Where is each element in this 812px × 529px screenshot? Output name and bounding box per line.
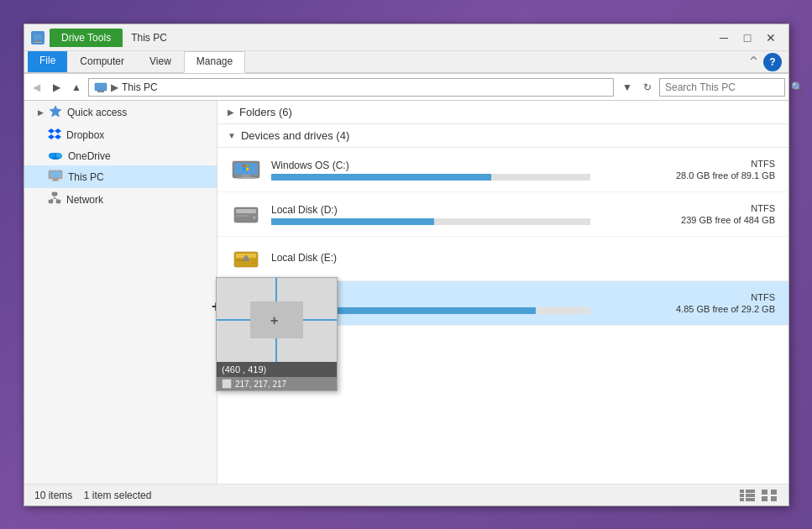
- up-button[interactable]: ▲: [68, 78, 85, 97]
- drive-c-info: Windows OS (C:): [271, 160, 664, 181]
- address-path[interactable]: ▶ This PC: [88, 78, 614, 97]
- svg-rect-45: [740, 498, 744, 501]
- drive-c-bar: [271, 174, 491, 181]
- sidebar-label-network: Network: [66, 194, 103, 206]
- large-icons-view-button[interactable]: [760, 488, 778, 503]
- drive-c-fs: NTFS 28.0 GB free of 89.1 GB: [674, 159, 775, 181]
- svg-rect-44: [746, 494, 755, 497]
- svg-rect-12: [51, 181, 60, 181]
- help-button[interactable]: ?: [763, 53, 782, 71]
- svg-rect-21: [242, 175, 250, 177]
- chevron-right-icon: ▶: [38, 108, 44, 117]
- drive-d-bar-container: [271, 218, 590, 225]
- search-input[interactable]: [665, 81, 791, 93]
- tab-file[interactable]: File: [28, 51, 67, 72]
- tab-view[interactable]: View: [137, 51, 184, 72]
- drive-e-info: Local Disk (E:): [271, 252, 664, 266]
- svg-rect-28: [236, 209, 256, 213]
- sidebar-label-this-pc: This PC: [68, 171, 104, 183]
- drive-e-icon: [231, 244, 261, 274]
- drive-d-fs: NTFS 239 GB free of 484 GB: [674, 203, 775, 225]
- drive-tools-tab[interactable]: Drive Tools: [50, 29, 123, 47]
- svg-rect-26: [246, 168, 249, 170]
- maximize-button[interactable]: □: [736, 29, 758, 46]
- drive-d-fs-type: NTFS: [674, 203, 775, 213]
- preview-color: 217, 217, 217: [217, 377, 337, 390]
- statusbar-item-count: 10 items: [34, 490, 72, 501]
- svg-rect-41: [740, 490, 744, 493]
- drive-d[interactable]: Local Disk (D:) NTFS 239 GB free of 484 …: [217, 192, 788, 237]
- star-icon: [49, 104, 62, 120]
- drive-c-name: Windows OS (C:): [271, 160, 664, 171]
- drive-e[interactable]: Local Disk (E:): [217, 237, 788, 281]
- svg-rect-47: [762, 490, 767, 495]
- svg-rect-50: [771, 496, 777, 501]
- onedrive-icon: [48, 149, 63, 162]
- search-box[interactable]: 🔍: [659, 78, 785, 97]
- close-button[interactable]: ✕: [760, 29, 782, 46]
- address-dropdown-button[interactable]: ▼: [619, 78, 636, 97]
- svg-line-18: [55, 198, 59, 200]
- sidebar-item-this-pc[interactable]: This PC: [24, 165, 217, 188]
- svg-rect-13: [52, 192, 57, 196]
- tab-manage[interactable]: Manage: [184, 51, 245, 73]
- forward-button[interactable]: ▶: [48, 78, 65, 97]
- sidebar-label-quick-access: Quick access: [67, 107, 127, 118]
- svg-text:+: +: [270, 313, 278, 327]
- titlebar: Drive Tools This PC ─ □ ✕: [24, 24, 788, 51]
- svg-point-33: [253, 260, 256, 264]
- svg-rect-46: [746, 498, 755, 501]
- sidebar-item-network[interactable]: Network: [24, 188, 217, 211]
- sidebar-label-dropbox: Dropbox: [66, 129, 104, 141]
- preview-coords: (460 , 419): [217, 362, 337, 377]
- preview-color-value: 217, 217, 217: [235, 380, 286, 389]
- back-button[interactable]: ◀: [28, 78, 45, 97]
- drive-c[interactable]: Windows OS (C:) NTFS 28.0 GB free of 89.…: [217, 148, 788, 192]
- svg-point-7: [49, 153, 55, 158]
- sidebar: ▶ Quick access Dropbox: [24, 101, 217, 484]
- svg-rect-14: [49, 200, 53, 203]
- preview-popup: + (460 , 419) 217, 217, 217: [216, 277, 338, 391]
- minimize-button[interactable]: ─: [713, 29, 735, 46]
- folders-section-header[interactable]: ▶ Folders (6): [217, 101, 788, 124]
- sidebar-item-dropbox[interactable]: Dropbox: [24, 123, 217, 146]
- svg-rect-2: [34, 42, 42, 43]
- svg-marker-5: [50, 106, 61, 117]
- svg-rect-22: [238, 177, 254, 179]
- svg-point-29: [253, 216, 256, 219]
- drives-section-header[interactable]: ▼ Devices and drives (4): [217, 124, 788, 148]
- details-view-button[interactable]: [738, 488, 757, 503]
- svg-rect-3: [95, 83, 107, 91]
- svg-rect-43: [740, 494, 744, 497]
- path-this-pc[interactable]: This PC: [122, 81, 158, 93]
- svg-rect-42: [746, 490, 755, 493]
- svg-point-8: [56, 153, 62, 158]
- drive-g-fs: NTFS 4.85 GB free of 29.2 GB: [674, 292, 775, 314]
- svg-rect-30: [236, 215, 249, 217]
- windows-drive-icon: [231, 155, 261, 185]
- sidebar-item-quick-access[interactable]: ▶ Quick access: [24, 101, 217, 123]
- svg-rect-49: [762, 496, 767, 501]
- svg-rect-48: [771, 490, 777, 495]
- window-controls: ─ □ ✕: [713, 29, 782, 46]
- svg-rect-0: [33, 34, 43, 40]
- ribbon-tab-bar: File Computer View Manage ⌃ ?: [24, 51, 788, 73]
- folders-section-label: Folders (6): [239, 106, 292, 118]
- sidebar-item-onedrive[interactable]: OneDrive: [24, 146, 217, 165]
- app-icon: [31, 31, 45, 45]
- sidebar-label-onedrive: OneDrive: [68, 150, 111, 162]
- statusbar-items: 10 items 1 item selected: [34, 490, 151, 501]
- main-area: ▶ Quick access Dropbox: [24, 101, 788, 484]
- drive-c-bar-container: [271, 174, 590, 181]
- network-icon: [48, 191, 61, 207]
- color-swatch: [222, 379, 232, 389]
- computer-icon: [48, 169, 63, 185]
- drive-e-name: Local Disk (E:): [271, 252, 664, 264]
- ribbon-expand-button[interactable]: ⌃: [747, 53, 760, 71]
- ribbon: File Computer View Manage ⌃ ?: [24, 51, 788, 74]
- svg-rect-10: [50, 171, 60, 177]
- preview-canvas: +: [217, 278, 337, 362]
- drive-c-fs-free: 28.0 GB free of 89.1 GB: [674, 170, 775, 181]
- refresh-button[interactable]: ↻: [639, 78, 656, 97]
- tab-computer[interactable]: Computer: [67, 51, 137, 72]
